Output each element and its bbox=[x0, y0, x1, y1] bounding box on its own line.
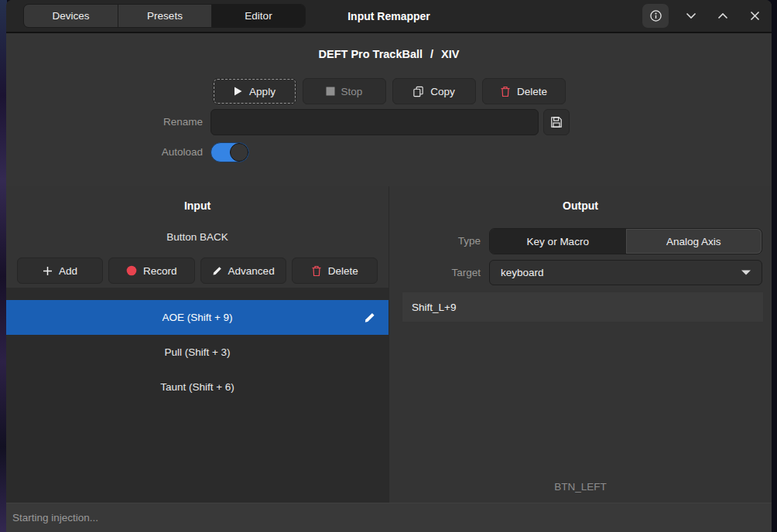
output-code-text: Shift_L+9 bbox=[412, 302, 456, 313]
stop-icon bbox=[326, 87, 335, 96]
save-icon bbox=[550, 116, 563, 128]
preset-actions: Apply Stop Copy bbox=[6, 78, 772, 104]
mapping-list: AOE (Shift + 9) Pull (Shift + 3) Taunt (… bbox=[6, 288, 388, 503]
tab-devices-label: Devices bbox=[52, 10, 89, 22]
statusbar: Starting injection... bbox=[6, 503, 772, 532]
tab-editor[interactable]: Editor bbox=[211, 5, 305, 27]
status-message: Starting injection... bbox=[12, 512, 98, 523]
record-button[interactable]: Record bbox=[108, 257, 194, 284]
window-controls bbox=[642, 0, 764, 32]
target-dropdown[interactable]: keyboard bbox=[489, 260, 762, 285]
tab-editor-label: Editor bbox=[245, 10, 272, 22]
window-title: Input Remapper bbox=[347, 0, 430, 32]
trash-icon bbox=[500, 86, 511, 97]
mapping-row-label: Taunt (Shift + 6) bbox=[160, 381, 234, 393]
input-remapper-window: Devices Presets Editor Input Remapper bbox=[6, 0, 772, 532]
copy-button[interactable]: Copy bbox=[392, 78, 476, 104]
output-type-switcher: Key or Macro Analog Axis bbox=[489, 228, 762, 254]
rename-label: Rename bbox=[6, 109, 203, 135]
preset-section: DEFT Pro TrackBall/XIV Apply Stop bbox=[6, 35, 772, 186]
target-label: Target bbox=[389, 260, 481, 285]
close-button[interactable] bbox=[745, 7, 764, 26]
output-type-row: Type Key or Macro Analog Axis bbox=[389, 228, 772, 254]
output-code-editor[interactable]: Shift_L+9 bbox=[402, 292, 763, 322]
add-mapping-label: Add bbox=[59, 265, 77, 277]
target-row: Target keyboard bbox=[389, 260, 772, 286]
rename-input[interactable] bbox=[211, 109, 539, 135]
output-panel: Output Type Key or Macro Analog Axis Tar… bbox=[388, 186, 772, 503]
advanced-label: Advanced bbox=[228, 265, 275, 277]
type-key-or-macro-label: Key or Macro bbox=[527, 236, 589, 247]
plus-icon bbox=[43, 266, 53, 276]
pencil-icon bbox=[212, 266, 222, 276]
autoload-row: Autoload bbox=[6, 142, 772, 162]
target-dropdown-value: keyboard bbox=[501, 267, 544, 278]
selected-input-name: Button BACK bbox=[6, 231, 388, 243]
preset-name: XIV bbox=[441, 48, 459, 60]
copy-icon bbox=[412, 86, 424, 97]
tab-presets[interactable]: Presets bbox=[118, 5, 211, 27]
delete-mapping-label: Delete bbox=[328, 265, 358, 277]
mapping-row-taunt[interactable]: Taunt (Shift + 6) bbox=[6, 370, 388, 404]
advanced-button[interactable]: Advanced bbox=[200, 257, 286, 284]
rename-row: Rename bbox=[6, 109, 772, 135]
device-name: DEFT Pro TrackBall bbox=[319, 48, 423, 60]
stop-button[interactable]: Stop bbox=[303, 78, 386, 104]
headerbar: Devices Presets Editor Input Remapper bbox=[6, 0, 772, 33]
mapping-row-aoe[interactable]: AOE (Shift + 9) bbox=[6, 300, 388, 335]
view-tab-group: Devices Presets Editor bbox=[23, 4, 306, 28]
delete-mapping-button[interactable]: Delete bbox=[292, 257, 378, 284]
autoload-toggle[interactable] bbox=[211, 142, 249, 162]
tab-presets-label: Presets bbox=[147, 10, 183, 22]
delete-preset-button-label: Delete bbox=[517, 86, 547, 97]
dropdown-caret-icon bbox=[741, 270, 751, 275]
type-key-or-macro[interactable]: Key or Macro bbox=[490, 229, 626, 254]
mapping-row-label: AOE (Shift + 9) bbox=[162, 312, 232, 323]
play-icon bbox=[233, 86, 243, 97]
record-label: Record bbox=[143, 265, 177, 277]
breadcrumb: DEFT Pro TrackBall/XIV bbox=[6, 48, 772, 60]
type-analog-axis-label: Analog Axis bbox=[666, 236, 721, 247]
close-icon bbox=[750, 11, 760, 21]
delete-preset-button[interactable]: Delete bbox=[482, 78, 566, 104]
maximize-button[interactable] bbox=[714, 7, 732, 26]
input-panel-title: Input bbox=[6, 200, 388, 212]
copy-button-label: Copy bbox=[430, 86, 455, 97]
rename-save-button[interactable] bbox=[543, 109, 570, 135]
autoload-label: Autoload bbox=[6, 142, 203, 162]
trash-icon bbox=[311, 265, 322, 277]
mapping-row-label: Pull (Shift + 3) bbox=[164, 346, 230, 358]
type-label: Type bbox=[389, 228, 481, 254]
info-icon bbox=[649, 9, 662, 22]
input-panel: Input Button BACK Add Record bbox=[6, 186, 388, 503]
recorded-input-label: BTN_LEFT bbox=[389, 481, 772, 493]
list-spacer bbox=[6, 288, 388, 300]
pencil-icon bbox=[364, 312, 375, 323]
stop-button-label: Stop bbox=[341, 86, 363, 97]
record-icon bbox=[126, 265, 137, 276]
help-button[interactable] bbox=[642, 4, 669, 28]
mapping-actions: Add Record Advanced bbox=[6, 257, 388, 284]
output-panel-title: Output bbox=[389, 200, 772, 212]
toggle-knob bbox=[230, 143, 248, 162]
chevron-down-icon bbox=[686, 12, 697, 19]
add-mapping-button[interactable]: Add bbox=[17, 257, 103, 284]
type-analog-axis[interactable]: Analog Axis bbox=[626, 229, 762, 254]
chevron-up-icon bbox=[717, 12, 728, 19]
minimize-button[interactable] bbox=[682, 7, 700, 26]
breadcrumb-separator: / bbox=[430, 48, 433, 60]
apply-button-label: Apply bbox=[249, 86, 276, 97]
apply-button[interactable]: Apply bbox=[213, 78, 296, 104]
mapping-row-pull[interactable]: Pull (Shift + 3) bbox=[6, 335, 388, 370]
tab-devices[interactable]: Devices bbox=[24, 5, 118, 27]
